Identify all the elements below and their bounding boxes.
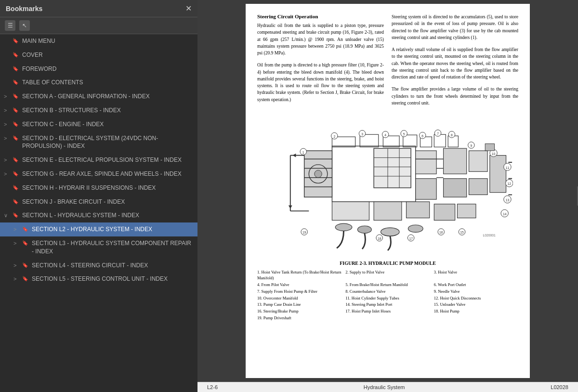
bookmark-label-section-e: SECTION E - ELECTRICAL PROPULSION SYSTEM… <box>22 156 194 164</box>
sidebar-title: Bookmarks <box>6 5 42 13</box>
bookmark-item-section-j[interactable]: 🔖SECTION J - BRAKE CIRCUIT - INDEX <box>0 195 197 209</box>
expand-arrow-cover[interactable] <box>4 51 12 52</box>
bookmark-item-main-menu[interactable]: 🔖MAIN MENU <box>0 34 197 48</box>
svg-text:12: 12 <box>508 182 512 185</box>
bookmark-icon-section-d: 🔖 <box>13 134 19 142</box>
bookmark-item-section-d[interactable]: >🔖SECTION D - ELECTRICAL SYSTEM (24VDC N… <box>0 131 197 154</box>
bookmark-label-section-l3: SECTION L3 - HYDRAULIC SYSTEM COMPONENT … <box>32 239 194 256</box>
legend-item: 14. Steering Pump Inlet Port <box>345 302 430 308</box>
expand-arrow-section-h[interactable] <box>4 184 12 184</box>
paragraph5: The flow amplifier provides a large volu… <box>392 86 518 106</box>
hydraulic-diagram-svg: 1 2 3 4 <box>263 118 513 258</box>
bookmark-label-section-l5: SECTION L5 - STEERING CONTROL UNIT - IND… <box>32 275 194 283</box>
bookmark-item-section-a[interactable]: >🔖SECTION A - GENERAL INFORMATION - INDE… <box>0 90 197 104</box>
svg-rect-28 <box>469 179 488 195</box>
expand-arrow-section-e[interactable]: > <box>4 156 12 164</box>
legend-item: 4. From Pilot Valve <box>257 282 342 288</box>
legend-item: 12. Hoist Quick Disconnects <box>434 296 518 301</box>
list-icon: ☰ <box>8 22 13 29</box>
footer-section-name: Hydraulic System <box>364 384 405 390</box>
svg-rect-26 <box>444 179 467 197</box>
svg-point-36 <box>357 226 371 233</box>
svg-rect-31 <box>374 202 402 221</box>
legend-item: 1. Hoist Valve Tank Return (To Brake/Hoi… <box>257 270 342 281</box>
bookmark-icon-section-h: 🔖 <box>13 184 19 191</box>
legend-item: 17. Hoist Pump Inlet Hoses <box>345 309 430 314</box>
bookmark-item-toc[interactable]: 🔖TABLE OF CONTENTS <box>0 76 197 90</box>
footer-page-number: L2-6 <box>207 384 218 390</box>
svg-point-35 <box>335 223 352 231</box>
legend-item: 6. Work Port Outlet <box>434 282 518 288</box>
bookmark-icon-section-g: 🔖 <box>13 170 19 177</box>
svg-rect-24 <box>416 179 436 199</box>
paragraph2: Oil from the pump is directed to a high … <box>257 62 384 103</box>
bookmark-item-section-b[interactable]: >🔖SECTION B - STRUCTURES - INDEX <box>0 104 197 118</box>
expand-arrow-section-g[interactable]: > <box>4 170 12 178</box>
legend-area: 1. Hoist Valve Tank Return (To Brake/Hoi… <box>257 270 518 321</box>
legend-item: 8. Counterbalance Valve <box>345 289 430 295</box>
svg-text:13: 13 <box>506 198 510 202</box>
bookmark-icon-main-menu: 🔖 <box>13 37 19 44</box>
expand-arrow-toc[interactable] <box>4 78 12 79</box>
sidebar-close-button[interactable]: ✕ <box>185 4 192 13</box>
legend-item: 13. Pump Case Drain Line <box>257 302 342 308</box>
left-column: Steering Circuit Operation Hydraulic oil… <box>257 13 384 106</box>
bookmark-label-section-g: SECTION G - REAR AXLE, SPINDLE AND WHEEL… <box>22 170 194 178</box>
svg-text:3: 3 <box>361 132 363 136</box>
bookmark-icon-section-a: 🔖 <box>13 92 19 100</box>
svg-text:2: 2 <box>333 135 335 138</box>
expand-arrow-section-d[interactable]: > <box>4 134 12 142</box>
expand-arrow-section-l3[interactable]: > <box>13 239 21 247</box>
svg-rect-88 <box>485 144 494 151</box>
bookmark-item-section-l2[interactable]: >🔖SECTION L2 - HYDRAULIC SYSTEM - INDEX <box>0 222 197 236</box>
legend-item: 19. Pump Driveshaft <box>257 315 342 321</box>
svg-text:L020001: L020001 <box>483 234 495 237</box>
expand-arrow-section-l4[interactable]: > <box>13 261 21 269</box>
svg-text:16: 16 <box>439 231 443 234</box>
bookmark-item-section-e[interactable]: >🔖SECTION E - ELECTRICAL PROPULSION SYST… <box>0 153 197 167</box>
bookmark-item-section-h[interactable]: 🔖SECTION H - HYDRAIR II SUSPENSIONS - IN… <box>0 181 197 195</box>
svg-text:19: 19 <box>302 231 306 234</box>
svg-text:6: 6 <box>421 134 423 138</box>
expand-arrow-section-l2[interactable]: > <box>13 225 21 233</box>
bookmark-item-section-l4[interactable]: >🔖SECTION L4 - STEERING CIRCUIT - INDEX <box>0 259 197 273</box>
bookmark-item-section-l[interactable]: ∨🔖SECTION L - HYDRAULIC SYSTEM - INDEX <box>0 209 197 222</box>
expand-arrow-section-l[interactable]: ∨ <box>4 211 12 219</box>
bookmark-icon-section-l2: 🔖 <box>22 225 29 233</box>
page-content: Steering Circuit Operation Hydraulic oil… <box>257 13 518 326</box>
expand-arrow-foreword[interactable] <box>4 65 12 65</box>
bookmark-label-cover: COVER <box>22 51 194 59</box>
sidebar-cursor-button[interactable]: ↖ <box>19 20 30 31</box>
right-column: Steering system oil is directed to the a… <box>392 13 518 106</box>
expand-arrow-section-a[interactable]: > <box>4 92 12 100</box>
bookmark-label-toc: TABLE OF CONTENTS <box>22 78 194 87</box>
expand-arrow-section-c[interactable]: > <box>4 120 12 128</box>
svg-text:18: 18 <box>378 237 381 240</box>
svg-point-17 <box>315 170 322 177</box>
sidebar-bookmark-list: 🔖MAIN MENU🔖COVER🔖FOREWORD🔖TABLE OF CONTE… <box>0 34 197 392</box>
bookmarks-sidebar: Bookmarks ✕ ☰ ↖ 🔖MAIN MENU🔖COVER🔖FOREWOR… <box>0 0 197 392</box>
legend-item: 16. Steering/Brake Pump <box>257 309 342 314</box>
bookmark-label-section-j: SECTION J - BRAKE CIRCUIT - INDEX <box>22 198 194 206</box>
expand-arrow-main-menu[interactable] <box>4 37 12 38</box>
svg-text:14: 14 <box>503 212 507 216</box>
expand-arrow-section-b[interactable]: > <box>4 106 12 114</box>
paragraph3: Steering system oil is directed to the a… <box>392 13 518 41</box>
bookmark-item-cover[interactable]: 🔖COVER <box>0 48 197 62</box>
sidebar-options-button[interactable]: ☰ <box>5 20 15 31</box>
legend-item: 9. Needle Valve <box>434 289 518 295</box>
bookmark-item-section-l3[interactable]: >🔖SECTION L3 - HYDRAULIC SYSTEM COMPONEN… <box>0 236 197 259</box>
bookmark-item-section-g[interactable]: >🔖SECTION G - REAR AXLE, SPINDLE AND WHE… <box>0 167 197 181</box>
main-content-area: ◀ Steering Circuit Operation Hydraulic o… <box>197 0 578 392</box>
bookmark-label-section-h: SECTION H - HYDRAIR II SUSPENSIONS - IND… <box>22 184 194 192</box>
expand-arrow-section-j[interactable] <box>4 198 12 198</box>
svg-point-37 <box>381 228 400 236</box>
bookmark-item-foreword[interactable]: 🔖FOREWORD <box>0 62 197 76</box>
bookmark-item-section-c[interactable]: >🔖SECTION C - ENGINE - INDEX <box>0 118 197 131</box>
bookmark-label-section-a: SECTION A - GENERAL INFORMATION - INDEX <box>22 92 194 101</box>
bookmark-item-section-l5[interactable]: >🔖SECTION L5 - STEERING CONTROL UNIT - I… <box>0 272 197 286</box>
expand-arrow-section-l5[interactable]: > <box>13 275 21 283</box>
bookmark-icon-section-l5: 🔖 <box>22 275 29 282</box>
cursor-icon: ↖ <box>22 22 27 29</box>
bookmark-icon-foreword: 🔖 <box>13 65 19 72</box>
